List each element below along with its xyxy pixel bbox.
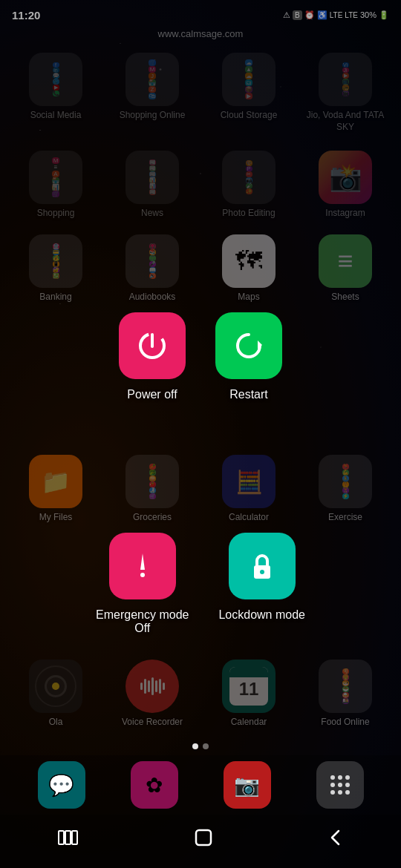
app-row-5: Ola Voice Recorder 11 [0,651,401,737]
app-label-ola: Ola [49,717,63,729]
dock-icon-appdrawer [316,761,364,809]
svg-rect-7 [140,683,143,690]
dot-1 [192,743,198,749]
nav-bar [0,815,401,868]
page-indicator [0,737,401,755]
emergency-label: Emergency modeOff [96,608,189,635]
svg-rect-10 [151,677,154,695]
power-off-button[interactable] [119,312,186,379]
app-calculator[interactable]: 🧮 Calculator [200,449,297,530]
app-label-groceries: Groceries [133,512,172,524]
svg-rect-9 [148,680,150,692]
app-exercise[interactable]: 🏃 💪 🚴 🧘 🏋 ⚡ Exercise [297,449,394,530]
app-icon-calculator: 🧮 [222,455,276,508]
app-icon-voicerec [125,660,179,713]
app-icon-sheets: ≡ [319,234,372,288]
svg-point-20 [330,790,335,795]
restart-option[interactable]: Restart [215,312,282,401]
app-groceries[interactable]: 🥕 🥦 🧅 🍅 🍶 🛒 Groceries [104,449,200,530]
nine-dots-icon [327,772,353,798]
svg-point-22 [345,790,350,795]
svg-point-15 [338,775,342,780]
dock-flower[interactable]: ✿ [108,761,200,809]
app-label-maps: Maps [238,292,259,303]
svg-point-6 [260,570,264,574]
dock-icon-flower: ✿ [131,761,178,809]
app-label-sheets: Sheets [331,292,359,303]
app-voice-recorder[interactable]: Voice Recorder [104,654,200,734]
power-off-icon [134,327,171,364]
app-label-calendar: Calendar [231,717,267,729]
bottom-power-menu: Emergency modeOff Lockdown mode [96,533,305,635]
svg-point-18 [338,783,342,787]
restart-button[interactable] [215,312,282,379]
app-label-voicerec: Voice Recorder [122,717,183,729]
emergency-icon [124,548,161,585]
dot-2 [203,743,209,749]
app-icon-audio: 🎧 📚 🎵 🎤 📖 🔊 [125,234,179,288]
back-icon [328,829,343,846]
app-row-3-faded: 🏦 💳 💰 📱 🔐 💹 Banking 🎧 📚 🎵 [0,226,401,312]
lockdown-button[interactable] [229,533,296,599]
svg-point-19 [345,783,350,787]
app-label-food: Food Online [321,717,369,729]
restart-label: Restart [229,388,268,401]
app-myfiles[interactable]: 📁 My Files [7,449,104,530]
emergency-button[interactable] [109,533,176,599]
app-dock: 💬 ✿ 📷 [0,755,401,815]
app-calendar[interactable]: 11 Calendar [200,654,297,734]
app-banking[interactable]: 🏦 💳 💰 📱 🔐 💹 Banking [7,228,104,309]
svg-rect-8 [144,679,146,694]
power-off-option[interactable]: Power off [119,312,186,401]
app-icon-maps: 🗺 [222,234,276,288]
dock-camera[interactable]: 📷 [200,761,293,809]
dock-icon-camera: 📷 [224,761,271,809]
voicerec-waveform-icon [137,671,167,701]
home-icon [194,828,213,847]
svg-point-14 [330,775,335,780]
app-label-exercise: Exercise [328,512,362,524]
app-audiobooks[interactable]: 🎧 📚 🎵 🎤 📖 🔊 Audiobooks [104,228,200,309]
app-icon-banking: 🏦 💳 💰 📱 🔐 💹 [29,234,82,288]
dock-appdrawer[interactable] [293,761,386,809]
svg-rect-25 [72,831,77,844]
app-row-4-faded: 📁 My Files 🥕 🥦 🧅 🍅 🍶 🛒 Groceries [0,446,401,533]
power-off-label: Power off [127,388,177,401]
recent-apps-icon [58,830,79,845]
svg-rect-13 [163,683,165,690]
restart-icon [230,327,267,364]
svg-rect-26 [196,830,211,845]
app-food-online[interactable]: 🍕 🍔 🍜 🥗 🍛 🍱 Food Online [297,654,394,734]
app-icon-ola [29,660,82,713]
dock-messages[interactable]: 💬 [15,761,108,809]
app-label-calculator: Calculator [229,512,269,524]
svg-point-21 [338,790,342,795]
lockdown-option[interactable]: Lockdown mode [218,533,305,635]
app-label-banking: Banking [39,292,71,303]
svg-marker-3 [140,553,145,570]
app-sheets[interactable]: ≡ Sheets [297,228,394,309]
svg-point-16 [345,775,350,780]
app-icon-exercise: 🏃 💪 🚴 🧘 🏋 ⚡ [319,455,372,508]
app-ola[interactable]: Ola [7,654,104,734]
dock-icon-messages: 💬 [38,761,85,809]
emergency-option[interactable]: Emergency modeOff [96,533,189,635]
home-button[interactable] [179,823,228,856]
app-icon-myfiles: 📁 [29,455,82,508]
app-icon-calendar: 11 [222,660,276,713]
back-button[interactable] [313,825,358,855]
app-label-myfiles: My Files [39,512,73,524]
svg-point-17 [330,783,335,787]
power-menu: Power off Restart [119,312,282,401]
svg-rect-12 [159,679,161,694]
app-icon-groceries: 🥕 🥦 🧅 🍅 🍶 🛒 [125,455,179,508]
app-icon-food: 🍕 🍔 🍜 🥗 🍛 🍱 [319,660,372,713]
svg-rect-23 [59,831,64,844]
svg-rect-24 [65,831,71,844]
app-maps[interactable]: 🗺 Maps [200,228,297,309]
lockdown-icon [244,548,281,585]
lockdown-label: Lockdown mode [218,608,305,622]
svg-point-4 [140,573,145,577]
recent-apps-button[interactable] [43,826,94,854]
svg-rect-11 [155,680,157,692]
